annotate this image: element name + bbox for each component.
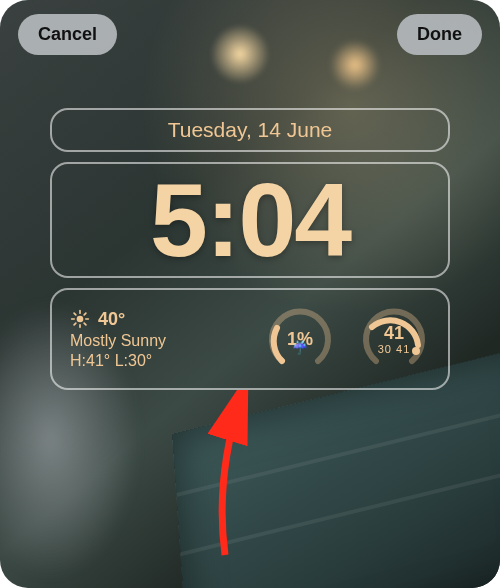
date-text: Tuesday, 14 June bbox=[168, 118, 333, 142]
weather-high-low: H:41° L:30° bbox=[70, 352, 166, 370]
range-gauge-main: 41 bbox=[384, 324, 404, 342]
lockscreen-editor-viewport: Cancel Done Tuesday, 14 June 5:04 bbox=[0, 0, 500, 588]
weather-widget[interactable]: 40° Mostly Sunny H:41° L:30° bbox=[70, 309, 166, 370]
range-gauge-sub: 30 41 bbox=[378, 344, 411, 355]
weather-condition: Mostly Sunny bbox=[70, 332, 166, 350]
cancel-button[interactable]: Cancel bbox=[18, 14, 117, 55]
svg-point-0 bbox=[77, 316, 84, 323]
weather-top-row: 40° bbox=[70, 309, 166, 330]
precipitation-gauge[interactable]: 1% ☔ bbox=[264, 303, 336, 375]
time-widget-slot[interactable]: 5:04 bbox=[50, 162, 450, 278]
svg-line-6 bbox=[84, 323, 86, 325]
sun-icon bbox=[70, 309, 90, 329]
svg-line-7 bbox=[74, 323, 76, 325]
editor-stack: Tuesday, 14 June 5:04 bbox=[50, 108, 450, 390]
svg-line-8 bbox=[84, 313, 86, 315]
temperature-range-gauge[interactable]: 41 30 41 bbox=[358, 303, 430, 375]
bottom-widget-slot[interactable]: 40° Mostly Sunny H:41° L:30° 1% ☔ bbox=[50, 288, 450, 390]
gauges-group: 1% ☔ 41 30 41 bbox=[264, 303, 430, 375]
time-text: 5:04 bbox=[150, 168, 350, 272]
done-button[interactable]: Done bbox=[397, 14, 482, 55]
svg-line-5 bbox=[74, 313, 76, 315]
weather-temp: 40° bbox=[98, 309, 125, 330]
date-widget-slot[interactable]: Tuesday, 14 June bbox=[50, 108, 450, 152]
topbar: Cancel Done bbox=[0, 14, 500, 55]
